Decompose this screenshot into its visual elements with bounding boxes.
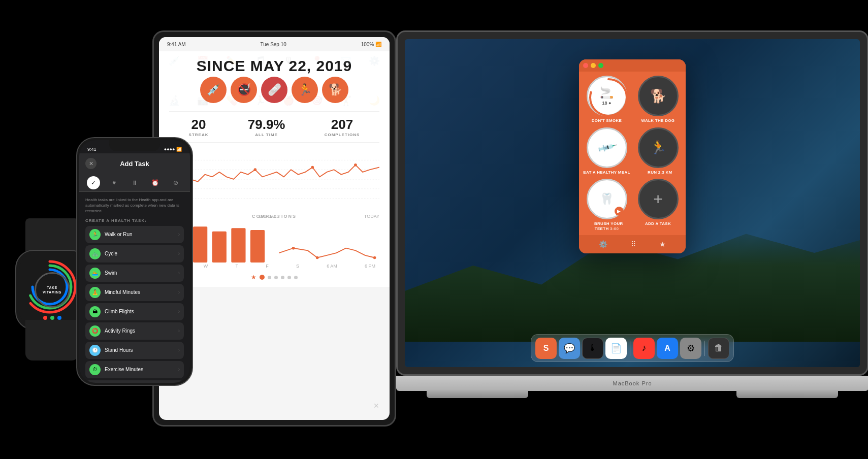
svg-point-8 bbox=[254, 168, 257, 171]
ipad-bg-icons: 💉📅 ✏️🎵 🎙📍 ✉️⚙️ 🔬📷 💊🏃 🍎🎯 🏋️🌙 bbox=[159, 51, 390, 133]
iphone-tab-heart[interactable]: ♥ bbox=[108, 176, 121, 189]
list-item-dot-activity: ⭕ bbox=[89, 325, 101, 337]
dock-notes[interactable]: 📄 bbox=[605, 338, 627, 359]
page-dot-6[interactable] bbox=[294, 276, 298, 279]
iphone-info-text: Health tasks are linked to the Health ap… bbox=[85, 197, 184, 214]
traffic-light-yellow[interactable] bbox=[591, 63, 596, 68]
mac-task-label-meal: EAT A HEALTHY MEAL bbox=[583, 170, 630, 175]
chevron-right-mindful: › bbox=[178, 289, 180, 295]
chevron-right-climb: › bbox=[178, 309, 180, 314]
bar-label-s: S bbox=[296, 264, 299, 269]
list-item-walk-run[interactable]: 🏃 Walk or Run › bbox=[85, 226, 184, 243]
list-item-dot-stand: 🕐 bbox=[89, 345, 101, 356]
list-item-label-climb: Climb Flights bbox=[105, 309, 134, 314]
svg-rect-12 bbox=[231, 228, 245, 263]
iphone-tab-clock[interactable]: ⏰ bbox=[148, 176, 162, 189]
dock-appstore[interactable]: A bbox=[657, 338, 678, 359]
svg-rect-13 bbox=[250, 230, 265, 263]
dock-music[interactable]: ♪ bbox=[633, 338, 655, 359]
list-item-exercise[interactable]: ⏱ Exercise Minutes › bbox=[85, 361, 184, 378]
list-item-stand[interactable]: 🕐 Stand Hours › bbox=[85, 342, 184, 359]
iphone-device: 9:41 ●●●● 📶 ✕ Add Task ✓ ♥ ⏸ ⏰ ⊘ bbox=[76, 137, 193, 386]
iphone-signal: ●●●● 📶 bbox=[164, 147, 182, 152]
ipad-line-chart: 19 101 DAYS TODAY bbox=[169, 149, 379, 210]
list-item-label-mindful: Mindful Minutes bbox=[105, 289, 140, 295]
ipad-time: 9:41 AM bbox=[167, 42, 186, 47]
dock-streaks[interactable]: S bbox=[535, 338, 557, 359]
mac-task-brush-teeth[interactable]: 🦷 ▶ ♥ BRUSH YOURTEETH 3:00 bbox=[583, 179, 630, 231]
list-item-label-walk: Walk or Run bbox=[105, 232, 133, 237]
chevron-right-stand: › bbox=[178, 347, 180, 353]
dock-messages[interactable]: 💬 bbox=[559, 338, 580, 359]
mac-task-run[interactable]: 🏃 ♥ RUN 2.3 KM bbox=[634, 127, 682, 175]
iphone-time: 9:41 bbox=[87, 147, 97, 152]
list-item-label-activity: Activity Rings bbox=[105, 328, 135, 334]
mac-star-icon[interactable]: ★ bbox=[659, 240, 666, 248]
macbook-base: MacBook Pro bbox=[396, 376, 868, 391]
ipad-screen: 💉📅 ✏️🎵 🎙📍 ✉️⚙️ 🔬📷 💊🏃 🍎🎯 🏋️🌙 9:41 AM Tue … bbox=[159, 37, 390, 420]
page-dot-5[interactable] bbox=[287, 276, 291, 279]
bar-label-t2: T bbox=[235, 264, 238, 269]
list-item-mindful[interactable]: 🧘 Mindful Minutes › bbox=[85, 284, 184, 301]
list-item-label-swim: Swim bbox=[105, 270, 117, 276]
mac-task-dont-smoke[interactable]: 🚬 18 ● DON'T SMOKE bbox=[583, 76, 630, 123]
list-item-climb-left: 🏔 Climb Flights bbox=[89, 306, 134, 317]
ipad-battery: 100% 📶 bbox=[361, 42, 381, 47]
list-item-swim[interactable]: 🏊 Swim › bbox=[85, 265, 184, 282]
list-item-burn[interactable]: ⚡ Burn Active Energy › bbox=[85, 380, 184, 383]
ipad-completions-chart: T W T F S 6 AM 6 PM bbox=[169, 223, 379, 269]
list-item-cycle[interactable]: 🚲 Cycle › bbox=[85, 245, 184, 263]
iphone-tab-pause[interactable]: ⏸ bbox=[128, 176, 141, 189]
macbook-foot-right bbox=[736, 390, 838, 398]
mac-task-label-add: ADD A TASK bbox=[645, 221, 671, 226]
svg-point-14 bbox=[292, 247, 295, 250]
iphone-tab-block[interactable]: ⊘ bbox=[169, 176, 182, 189]
page-dot-3[interactable] bbox=[274, 276, 278, 279]
macbook-device: 🚬 18 ● DON'T SMOKE 🐕 WALK THE DOG bbox=[396, 30, 868, 416]
traffic-light-red[interactable] bbox=[583, 63, 588, 68]
time-label-6pm: 6 PM bbox=[365, 264, 375, 269]
list-item-swim-left: 🏊 Swim bbox=[89, 268, 117, 279]
mac-widget: 🚬 18 ● DON'T SMOKE 🐕 WALK THE DOG bbox=[579, 59, 686, 253]
watch-dot-red bbox=[43, 316, 47, 320]
dock-divider-2 bbox=[704, 341, 705, 356]
list-item-climb[interactable]: 🏔 Climb Flights › bbox=[85, 303, 184, 320]
mac-task-walk-dog[interactable]: 🐕 WALK THE DOG bbox=[634, 76, 682, 123]
iphone-tab-check[interactable]: ✓ bbox=[87, 176, 100, 189]
watch-task-label: TAKEVITAMINS bbox=[43, 285, 61, 294]
chevron-right-activity: › bbox=[178, 328, 180, 334]
ipad-chart-axis: 19 101 DAYS TODAY bbox=[169, 214, 379, 219]
mac-task-label-run: ♥ RUN 2.3 KM bbox=[644, 170, 672, 175]
list-item-activity[interactable]: ⭕ Activity Rings › bbox=[85, 322, 184, 340]
ipad-close-button[interactable]: ✕ bbox=[373, 402, 379, 410]
list-item-dot-cycle: 🚲 bbox=[89, 248, 101, 259]
svg-rect-11 bbox=[212, 232, 227, 263]
mac-task-label-dog: WALK THE DOG bbox=[641, 118, 675, 123]
page-dot-1[interactable] bbox=[260, 275, 265, 280]
iphone-header-title: Add Task bbox=[120, 160, 149, 168]
traffic-light-green[interactable] bbox=[598, 63, 603, 68]
dock-settings[interactable]: ⚙ bbox=[680, 338, 701, 359]
watch-screen: TAKEVITAMINS bbox=[19, 254, 85, 326]
mac-settings-icon[interactable]: ⚙️ bbox=[599, 240, 607, 248]
ipad-statusbar: 9:41 AM Tue Sep 10 100% 📶 bbox=[159, 37, 390, 51]
ipad-pagination: ★ bbox=[169, 274, 379, 281]
list-item-exercise-left: ⏱ Exercise Minutes bbox=[89, 364, 143, 375]
dock-weather[interactable]: 🌡 bbox=[582, 338, 603, 359]
page-star[interactable]: ★ bbox=[251, 274, 256, 281]
mac-task-add[interactable]: + ADD A TASK bbox=[634, 179, 682, 231]
axis-mid: 101 DAYS bbox=[259, 214, 279, 219]
mac-grid-icon[interactable]: ⠿ bbox=[631, 240, 636, 248]
svg-point-6 bbox=[354, 163, 357, 167]
dock-trash[interactable]: 🗑 bbox=[708, 338, 729, 359]
list-item-dot-mindful: 🧘 bbox=[89, 287, 101, 298]
list-item-dot-climb: 🏔 bbox=[89, 306, 101, 317]
page-dot-4[interactable] bbox=[281, 276, 284, 279]
svg-point-0 bbox=[590, 79, 627, 116]
svg-rect-10 bbox=[193, 226, 207, 263]
mac-task-eat-meal[interactable]: 💉 EAT A HEALTHY MEAL bbox=[583, 127, 630, 175]
macbook-frame: 🚬 18 ● DON'T SMOKE 🐕 WALK THE DOG bbox=[396, 30, 868, 376]
page-dot-2[interactable] bbox=[268, 276, 271, 279]
iphone-close-button[interactable]: ✕ bbox=[85, 158, 97, 169]
bar-label-w: W bbox=[204, 264, 208, 269]
